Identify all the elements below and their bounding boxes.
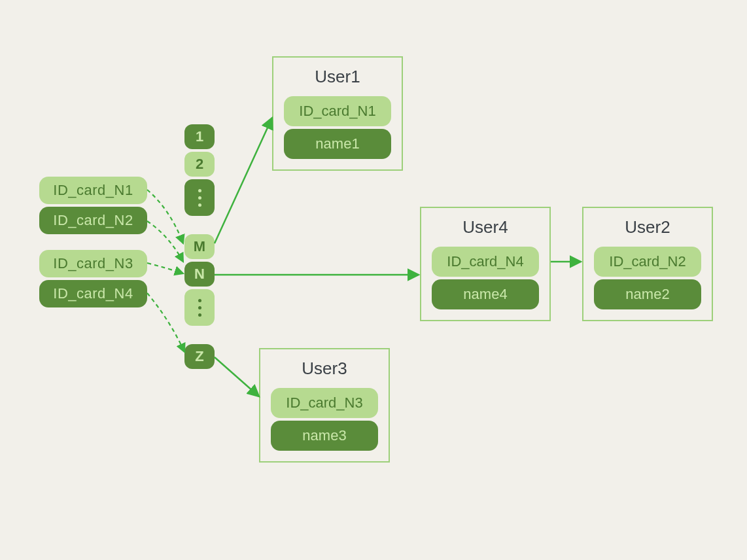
dash-arrow-2 — [147, 221, 183, 262]
user3-title: User3 — [271, 359, 378, 379]
user4-title: User4 — [432, 217, 539, 237]
key-pill-4: ID_card_N4 — [39, 280, 147, 307]
arrow-bucket-to-user3 — [215, 357, 259, 396]
user4-name: name4 — [432, 279, 539, 309]
bucket-1: 1 — [184, 124, 215, 149]
bucket-ellipsis-bottom — [184, 289, 215, 326]
user3-name: name3 — [271, 421, 378, 451]
key-pill-2: ID_card_N2 — [39, 207, 147, 234]
user3-box: User3 ID_card_N3 name3 — [259, 348, 390, 463]
user2-name: name2 — [594, 279, 701, 309]
bucket-m: M — [184, 234, 215, 259]
user1-box: User1 ID_card_N1 name1 — [272, 56, 403, 171]
bucket-z: Z — [184, 344, 215, 369]
user1-id: ID_card_N1 — [284, 96, 391, 126]
dash-arrow-3 — [147, 263, 183, 273]
dash-arrow-4 — [147, 293, 184, 352]
bucket-n: N — [184, 262, 215, 287]
user2-title: User2 — [594, 217, 701, 237]
user4-box: User4 ID_card_N4 name4 — [420, 207, 551, 321]
key-pill-1: ID_card_N1 — [39, 177, 147, 204]
bucket-2: 2 — [184, 152, 215, 177]
user3-id: ID_card_N3 — [271, 388, 378, 418]
user2-box: User2 ID_card_N2 name2 — [582, 207, 713, 321]
bucket-ellipsis-top — [184, 179, 215, 216]
dash-arrow-1 — [147, 190, 183, 243]
key-pill-3: ID_card_N3 — [39, 250, 147, 277]
user4-id: ID_card_N4 — [432, 247, 539, 277]
hash-diagram: ID_card_N1 ID_card_N2 ID_card_N3 ID_card… — [0, 0, 747, 560]
user2-id: ID_card_N2 — [594, 247, 701, 277]
user1-title: User1 — [284, 67, 391, 87]
user1-name: name1 — [284, 129, 391, 159]
arrow-bucket-to-user1 — [215, 118, 272, 243]
